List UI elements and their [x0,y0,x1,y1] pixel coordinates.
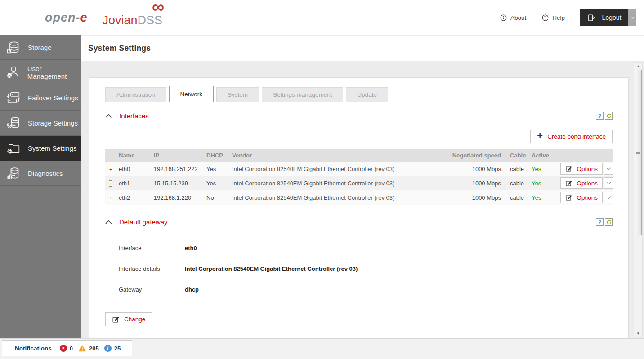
folder-gear-icon [5,141,22,155]
cell-dhcp: Yes [206,180,232,187]
field-value: dhcp [185,286,199,293]
cell-ip: 192.168.251.222 [154,166,206,172]
field-label: Interface details [105,265,185,272]
tab-settings-management[interactable]: Settings management [262,87,343,102]
options-button[interactable]: Options [560,163,603,175]
plus-icon: + [537,131,543,141]
sidebar-item-storage[interactable]: Storage [0,35,81,60]
cell-cable: cable [505,166,531,172]
options-button-group: Options [560,177,613,189]
tab-update[interactable]: Update [346,87,388,102]
options-label: Options [577,166,598,172]
sidebar-item-user-management[interactable]: User Management [0,60,81,85]
sidebar-item-diagnostics[interactable]: Diagnostics [0,161,81,186]
edit-pencil-icon [565,165,572,172]
sidebar-nav: Storage User Management Failover Setting… [0,35,81,338]
infinity-icon: ∞ [152,0,164,15]
cell-speed: 1000 Mbps [451,166,505,172]
cell-active: Yes [531,194,554,201]
help-button[interactable]: Help [541,14,565,22]
section-divider-line [175,222,591,222]
field-label: Interface [105,245,185,251]
table-row-eth2: + eth2 192.168.1.220 No Intel Corporatio… [105,190,613,205]
error-badge: ✕ 0 [60,345,73,352]
warning-badge: 205 [78,345,99,352]
sidebar-item-system-settings[interactable]: System Settings [0,136,81,161]
cell-vendor: Intel Corporation 82540EM Gigabit Ethern… [232,194,451,201]
column-header-active: Active [531,152,554,159]
column-header-vendor: Vendor [232,152,451,159]
options-dropdown-button[interactable] [604,163,613,175]
options-dropdown-button[interactable] [604,177,613,189]
column-header-ip: IP [154,152,206,159]
scrollbar-thumb[interactable] [635,70,642,235]
scrollbar-up-arrow[interactable]: ▲ [634,63,642,70]
tab-administration[interactable]: Administration [105,87,166,102]
edit-pencil-icon [565,194,572,201]
change-gateway-button[interactable]: Change [105,312,152,326]
field-row-interface-details: Interface details Intel Corporation 8254… [105,258,613,279]
sidebar-item-label: System Settings [28,144,76,152]
table-header-row: Name IP DHCP Vendor Negotiated speed Cab… [105,149,613,162]
about-label: About [510,14,526,21]
collapse-chevron-up-icon[interactable] [105,114,112,118]
open-e-logo-text: open-e [45,11,88,25]
change-label: Change [124,316,145,323]
user-gear-icon [5,65,21,80]
cell-active: Yes [531,166,554,172]
notifications-panel[interactable]: Notifications ✕ 0 205 i 25 [2,340,132,356]
info-circle-icon: i [104,345,112,352]
logout-button[interactable]: Logout [580,9,628,26]
refresh-icon[interactable] [605,112,613,120]
sidebar-item-storage-settings[interactable]: Storage Settings [0,111,81,136]
default-gateway-fields: Interface eth0 Interface details Intel C… [105,238,613,300]
field-value: eth0 [185,245,197,251]
table-row-eth1: + eth1 15.15.15.239 Yes Intel Corporatio… [105,176,613,190]
expand-row-icon[interactable]: + [109,195,112,201]
options-label: Options [577,194,598,201]
default-gateway-section-header: Default gateway ? [105,218,613,226]
options-button-group: Options [560,163,613,175]
logout-dropdown-button[interactable] [628,9,636,26]
options-dropdown-button[interactable] [604,192,613,203]
column-header-cable: Cable [505,152,531,159]
logout-icon [587,13,596,22]
joviandss-logo-text: ∞ JovianDSS [103,8,163,27]
options-button[interactable]: Options [560,192,603,203]
refresh-icon[interactable] [605,218,613,226]
options-button[interactable]: Options [560,177,603,189]
disks-chart-icon [5,166,22,180]
page-title-bar: System Settings [81,35,644,61]
vertical-scrollbar[interactable]: ▲ ▼ [634,62,643,337]
collapse-chevron-up-icon[interactable] [105,220,112,224]
notifications-label: Notifications [15,345,52,352]
scrollbar-down-arrow[interactable]: ▼ [634,330,642,337]
app-header: open-e ∞ JovianDSS About Help [0,0,644,35]
tab-network[interactable]: Network [169,86,214,102]
help-icon[interactable]: ? [596,112,604,120]
question-circle-icon [541,14,549,22]
sidebar-item-failover-settings[interactable]: Failover Settings [0,85,81,111]
cell-cable: cable [505,180,531,187]
create-bond-label: Create bond interface [547,133,606,140]
error-circle-icon: ✕ [60,345,67,352]
default-gateway-section-title: Default gateway [119,218,168,226]
expand-row-icon[interactable]: + [109,180,112,187]
cell-cable: cable [505,194,531,201]
tab-system[interactable]: System [216,87,259,102]
interfaces-section-title: Interfaces [119,112,149,120]
help-icon[interactable]: ? [596,218,604,226]
interfaces-table: Name IP DHCP Vendor Negotiated speed Cab… [105,149,613,205]
cell-vendor: Intel Corporation 82540EM Gigabit Ethern… [232,180,451,187]
chevron-down-icon [630,16,635,19]
create-bond-interface-button[interactable]: + Create bond interface [530,130,613,143]
warning-count: 205 [89,345,99,352]
column-header-name: Name [119,152,154,159]
info-circle-icon [500,14,507,22]
sidebar-item-label: Storage Settings [28,119,78,127]
about-button[interactable]: About [500,14,526,22]
edit-pencil-icon [112,315,120,323]
table-row-eth0: + eth0 192.168.251.222 Yes Intel Corpora… [105,162,613,176]
storage-disks-icon [5,40,22,54]
expand-row-icon[interactable]: + [109,166,112,172]
